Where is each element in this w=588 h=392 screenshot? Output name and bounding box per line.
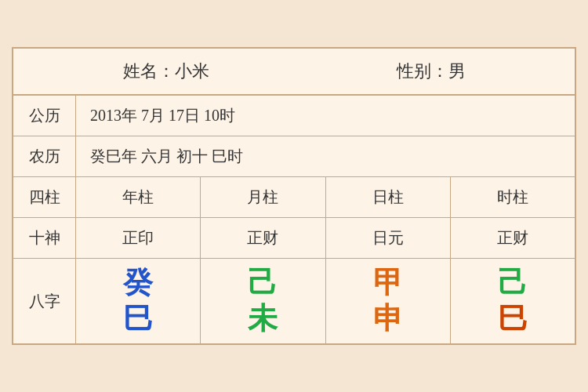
bazhi-col-0: 癸 巳 bbox=[76, 259, 201, 343]
bazhi-row: 八字 癸 巳 己 未 甲 申 己 巳 bbox=[13, 259, 575, 343]
sizhu-col-3: 时柱 bbox=[451, 177, 575, 217]
lunar-row: 农历 癸巳年 六月 初十 巳时 bbox=[13, 136, 575, 177]
bazhi-1-top: 己 bbox=[248, 267, 278, 299]
shishen-col-2: 日元 bbox=[326, 218, 451, 258]
bazhi-col-3: 己 巳 bbox=[451, 259, 575, 343]
shishen-col-1: 正财 bbox=[201, 218, 325, 258]
solar-value: 2013年 7月 17日 10时 bbox=[76, 97, 575, 134]
gender-label: 性别：男 bbox=[397, 60, 466, 83]
bazhi-col-1: 己 未 bbox=[201, 259, 325, 343]
bazhi-0-bottom: 巳 bbox=[123, 303, 153, 336]
bazhi-2-bottom: 申 bbox=[373, 303, 403, 336]
bazhi-2-top: 甲 bbox=[373, 267, 403, 299]
lunar-value: 癸巳年 六月 初十 巳时 bbox=[76, 138, 575, 175]
bazhi-3-bottom: 巳 bbox=[498, 303, 528, 336]
name-label: 姓名：小米 bbox=[123, 60, 209, 83]
bazhi-0-top: 癸 bbox=[123, 267, 153, 299]
header-row: 姓名：小米 性别：男 bbox=[13, 49, 575, 96]
sizhu-label: 四柱 bbox=[13, 177, 76, 217]
bazhi-3-top: 己 bbox=[498, 267, 528, 299]
sizhu-col-0: 年柱 bbox=[76, 177, 201, 217]
sizhu-col-2: 日柱 bbox=[326, 177, 451, 217]
shishen-label: 十神 bbox=[13, 218, 76, 258]
main-container: 姓名：小米 性别：男 公历 2013年 7月 17日 10时 农历 癸巳年 六月… bbox=[12, 47, 576, 345]
bazhi-1-bottom: 未 bbox=[248, 303, 278, 336]
lunar-label: 农历 bbox=[13, 136, 76, 176]
solar-row: 公历 2013年 7月 17日 10时 bbox=[13, 96, 575, 136]
shishen-col-0: 正印 bbox=[76, 218, 201, 258]
shishen-row: 十神 正印 正财 日元 正财 bbox=[13, 218, 575, 259]
bazhi-col-2: 甲 申 bbox=[326, 259, 451, 343]
sizhu-row: 四柱 年柱 月柱 日柱 时柱 bbox=[13, 177, 575, 218]
sizhu-col-1: 月柱 bbox=[201, 177, 325, 217]
shishen-col-3: 正财 bbox=[451, 218, 575, 258]
bazhi-label: 八字 bbox=[13, 259, 76, 343]
solar-label: 公历 bbox=[13, 96, 76, 136]
